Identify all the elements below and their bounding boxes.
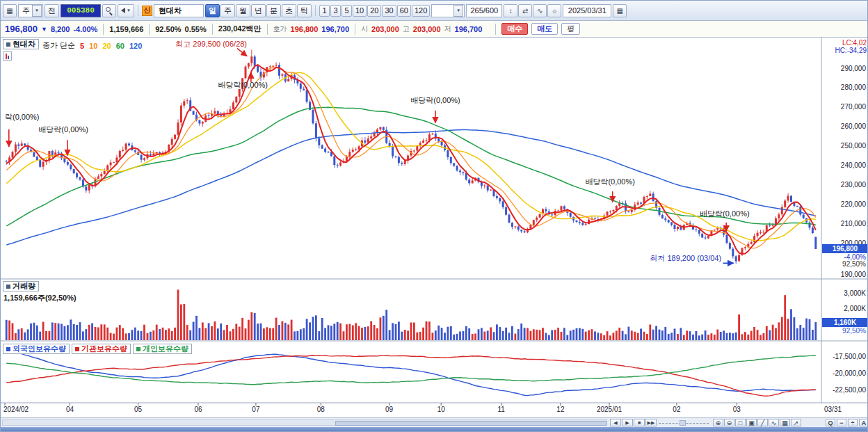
- search-button[interactable]: [102, 4, 116, 17]
- holdings-legend-item-2[interactable]: 개인보유수량: [133, 344, 192, 354]
- area-select-icon[interactable]: □: [735, 419, 746, 426]
- corner-tool-÷[interactable]: ÷: [848, 419, 858, 426]
- period-button-1[interactable]: 주: [220, 4, 235, 17]
- legend-swatch-icon: [6, 347, 10, 351]
- x-axis-label: 12: [556, 406, 565, 413]
- holdings-legend: 외국인보유수량기관보유수량개인보유수량: [3, 344, 192, 354]
- period-button-3[interactable]: 년: [251, 4, 266, 17]
- stock-type-combo[interactable]: 주 ▼: [18, 4, 43, 17]
- price-tick: 230,000: [841, 181, 867, 189]
- period-button-6[interactable]: 틱: [297, 4, 312, 17]
- minute-button-30[interactable]: 30: [382, 5, 396, 17]
- candle-count-display[interactable]: 265/600: [466, 4, 502, 17]
- period-button-0[interactable]: 일: [205, 4, 220, 17]
- minute-button-60[interactable]: 60: [397, 5, 411, 17]
- chevron-down-icon: ▼: [127, 8, 131, 13]
- chart-window: ▦ 주 ▼ 전 ▼ 신 현대차 일주월년분초틱 13510203060120 ▼…: [0, 0, 868, 432]
- playback-button-2[interactable]: ■: [634, 419, 645, 426]
- chart-scrollbar-track[interactable]: [2, 419, 607, 426]
- holdings-legend-item-0[interactable]: 외국인보유수량: [3, 344, 70, 354]
- chart-scrollbar-thumb[interactable]: [335, 421, 606, 426]
- minute-button-3[interactable]: 3: [330, 5, 341, 17]
- wave-icon[interactable]: ∿: [769, 419, 779, 426]
- sound-button[interactable]: ▼: [118, 4, 134, 17]
- current-price: 196,800: [5, 24, 38, 34]
- down-arrow-icon: ▼: [41, 26, 47, 33]
- trendline-icon[interactable]: ╱: [757, 419, 768, 426]
- hoga-label: 호가: [273, 24, 287, 34]
- pattern-icon[interactable]: ▦: [780, 419, 790, 426]
- updown-arrows-icon[interactable]: ↕: [504, 4, 517, 17]
- interval-combo[interactable]: ▼: [431, 4, 465, 17]
- separator: [103, 24, 104, 35]
- grid-icon[interactable]: ▣: [746, 419, 757, 426]
- chart-svg[interactable]: 290,000280,000270,000260,000250,000240,0…: [1, 38, 868, 417]
- zoom-in-icon[interactable]: ⊕: [713, 419, 723, 426]
- low-price: 196,700: [455, 25, 483, 33]
- price-change-pct: -4.00%: [73, 25, 97, 33]
- minute-button-120[interactable]: 120: [412, 5, 430, 17]
- period-button-2[interactable]: 월: [236, 4, 250, 17]
- current-price-badge: 196,800: [822, 244, 868, 253]
- holdings-tick: -17,500,00: [833, 353, 866, 360]
- minute-button-20[interactable]: 20: [367, 5, 381, 17]
- stock-code-input[interactable]: [61, 4, 101, 17]
- trade-value: 230,042백만: [218, 24, 262, 34]
- price-tick: 290,000: [841, 65, 867, 72]
- holdings-legend-item-1[interactable]: 기관보유수량: [72, 344, 131, 354]
- chevron-down-icon[interactable]: ▼: [32, 5, 42, 17]
- corner-tool-A[interactable]: A: [859, 419, 868, 426]
- market-type-badge: 신: [142, 6, 152, 16]
- chart-type-button[interactable]: [3, 51, 12, 61]
- x-axis-label: 08: [317, 406, 326, 413]
- sell-button[interactable]: 매도: [531, 23, 558, 35]
- period-button-4[interactable]: 분: [266, 4, 281, 17]
- period-button-5[interactable]: 초: [282, 4, 296, 17]
- chart-canvas[interactable]: 290,000280,000270,000260,000250,000240,0…: [1, 38, 868, 417]
- playback-button-1[interactable]: ▶: [622, 419, 633, 426]
- x-axis-label: 04: [66, 406, 74, 413]
- annotation-dividend-3: 배당락(0,00%): [410, 96, 460, 104]
- minute-button-10[interactable]: 10: [353, 5, 367, 17]
- bid-price: 196,700: [321, 25, 349, 33]
- minute-button-5[interactable]: 5: [341, 5, 352, 17]
- price-panel-title-box[interactable]: 현대차: [3, 39, 39, 49]
- playback-button-0[interactable]: ◀: [610, 419, 621, 426]
- candle-icon: [6, 54, 7, 59]
- x-axis-label: 11: [497, 406, 505, 413]
- buy-button[interactable]: 매수: [501, 23, 528, 35]
- stock-name-box[interactable]: 현대차: [154, 4, 204, 17]
- chevron-down-icon[interactable]: ▼: [453, 5, 463, 17]
- avg-button[interactable]: 평: [561, 23, 580, 35]
- quote-bar: 196,800 ▼ 8,200 -4.00% 1,159,666 92.50% …: [1, 21, 867, 38]
- zoom-slider-thumb[interactable]: [680, 420, 686, 426]
- compare-arrows-icon[interactable]: ⇄: [518, 4, 532, 17]
- prev-stock-button[interactable]: 전: [45, 4, 59, 17]
- corner-tool-−[interactable]: −: [837, 419, 846, 426]
- playback-button-3[interactable]: ▶▶: [645, 419, 657, 426]
- window-icon[interactable]: ▦: [3, 4, 17, 17]
- separator: [315, 5, 316, 16]
- date-display[interactable]: 2025/03/31: [563, 4, 611, 17]
- lc-indicator: LC:4,02: [842, 39, 867, 47]
- calendar-button[interactable]: ▦: [613, 4, 627, 17]
- settings-icon[interactable]: ☼: [547, 4, 561, 17]
- minute-button-1[interactable]: 1: [319, 5, 330, 17]
- volume-tick: 3,000K: [844, 289, 866, 297]
- chart-tool-icons: ⊕⊖□▣╱∿▦↗: [713, 419, 801, 426]
- volume-ratio: 92.50%: [155, 25, 181, 33]
- zoom-out-icon[interactable]: ⊖: [724, 419, 734, 426]
- price-tick: 240,000: [841, 161, 867, 169]
- ma-line-120: [6, 130, 816, 246]
- volume-panel-title-box[interactable]: 거래량: [3, 281, 39, 291]
- legend-swatch-icon: [75, 347, 79, 351]
- arrow-tool-icon[interactable]: ↗: [791, 419, 801, 426]
- top-toolbar: ▦ 주 ▼ 전 ▼ 신 현대차 일주월년분초틱 13510203060120 ▼…: [1, 1, 867, 21]
- price-tick: 280,000: [841, 83, 867, 91]
- corner-tool-Q[interactable]: Q: [826, 419, 835, 426]
- wave-tool-icon[interactable]: ∿: [533, 4, 547, 17]
- ma-line-60: [6, 107, 816, 225]
- playback-controls: ◀▶■▶▶: [610, 419, 657, 426]
- price-badge-ratio: 92,50%: [842, 260, 866, 268]
- ma-legend-items: 5102060120: [80, 42, 142, 50]
